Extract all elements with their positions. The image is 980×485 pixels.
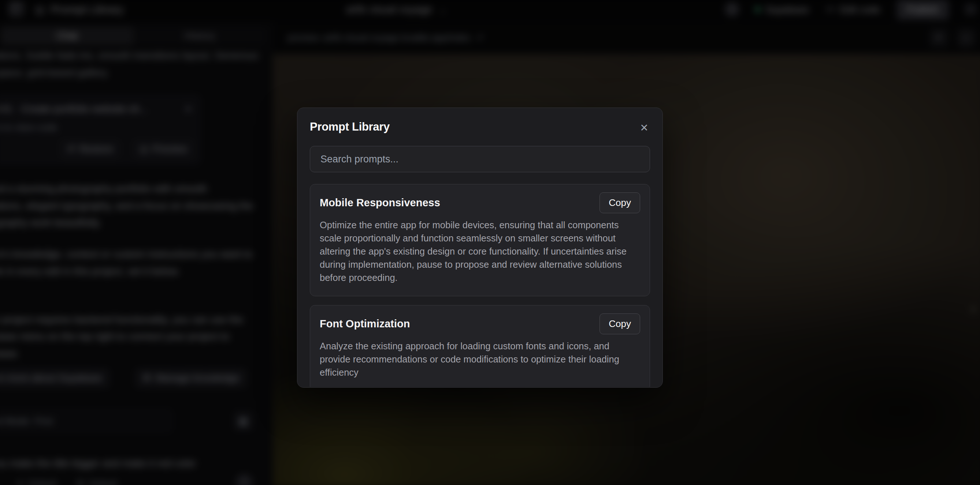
close-button[interactable]: ✕ — [637, 120, 652, 135]
prompt-title: Font Optimization — [320, 314, 410, 330]
prompt-description: Optimize the entire app for mobile devic… — [320, 218, 640, 284]
search-input[interactable] — [310, 146, 650, 172]
prompt-library-dialog: Prompt Library ✕ Mobile Responsiveness C… — [297, 108, 663, 388]
prompt-card: Mobile Responsiveness Copy Optimize the … — [310, 184, 650, 296]
copy-button[interactable]: Copy — [600, 314, 640, 334]
prompt-card: Font Optimization Copy Analyze the exist… — [310, 305, 650, 387]
dialog-title: Prompt Library — [310, 120, 650, 133]
prompt-list: Mobile Responsiveness Copy Optimize the … — [310, 184, 650, 387]
prompt-title: Mobile Responsiveness — [320, 192, 440, 209]
app-window: ▤ Prompt Library artfx visual voyage ⌄ S… — [0, 0, 980, 485]
copy-button[interactable]: Copy — [600, 192, 640, 213]
prompt-description: Analyze the existing approach for loadin… — [320, 339, 640, 379]
